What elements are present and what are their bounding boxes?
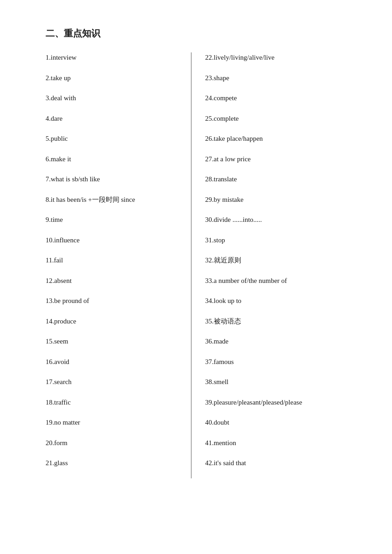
list-item: 1.interview: [46, 52, 177, 63]
list-item: 18.traffic: [46, 397, 177, 408]
list-item: 40.doubt: [205, 417, 346, 428]
list-item: 38.smell: [205, 377, 346, 387]
list-item: 37.famous: [205, 357, 346, 367]
list-item: 26.take place/happen: [205, 133, 346, 144]
list-item: 32.就近原则: [205, 255, 346, 266]
list-item: 11.fail: [46, 255, 177, 266]
right-column: 22.lively/living/alive/live23.shape24.co…: [191, 52, 346, 478]
list-item: 6.make it: [46, 154, 177, 164]
list-item: 27.at a low price: [205, 154, 346, 164]
list-item: 9.time: [46, 215, 177, 225]
list-item: 41.mention: [205, 438, 346, 448]
content-wrapper: 1.interview2.take up3.deal with4.dare5.p…: [46, 52, 346, 478]
list-item: 21.glass: [46, 458, 177, 468]
list-item: 5.public: [46, 133, 177, 144]
list-item: 12.absent: [46, 276, 177, 286]
list-item: 20.form: [46, 438, 177, 448]
list-item: 22.lively/living/alive/live: [205, 52, 346, 63]
list-item: 33.a number of/the number of: [205, 276, 346, 286]
list-item: 23.shape: [205, 73, 346, 83]
list-item: 34.look up to: [205, 296, 346, 306]
list-item: 36.made: [205, 336, 346, 347]
list-item: 13.be pround of: [46, 296, 177, 306]
list-item: 10.influence: [46, 235, 177, 246]
left-column: 1.interview2.take up3.deal with4.dare5.p…: [46, 52, 191, 478]
list-item: 24.compete: [205, 93, 346, 103]
list-item: 7.what is sb/sth like: [46, 174, 177, 185]
list-item: 16.avoid: [46, 357, 177, 367]
page-container: 二、重点知识 1.interview2.take up3.deal with4.…: [0, 0, 392, 506]
list-item: 3.deal with: [46, 93, 177, 103]
list-item: 14.produce: [46, 316, 177, 327]
list-item: 17.search: [46, 377, 177, 387]
section-title: 二、重点知识: [46, 27, 346, 40]
list-item: 25.complete: [205, 113, 346, 124]
list-item: 35.被动语态: [205, 316, 346, 327]
list-item: 42.it's said that: [205, 458, 346, 468]
list-item: 8.it has been/is +一段时间 since: [46, 195, 177, 205]
list-item: 15.seem: [46, 336, 177, 347]
list-item: 2.take up: [46, 73, 177, 83]
list-item: 30.divide ......into.....: [205, 215, 346, 225]
list-item: 29.by mistake: [205, 195, 346, 205]
list-item: 39.pleasure/pleasant/pleased/please: [205, 397, 346, 408]
list-item: 28.translate: [205, 174, 346, 185]
list-item: 4.dare: [46, 113, 177, 124]
list-item: 31.stop: [205, 235, 346, 246]
list-item: 19.no matter: [46, 417, 177, 428]
